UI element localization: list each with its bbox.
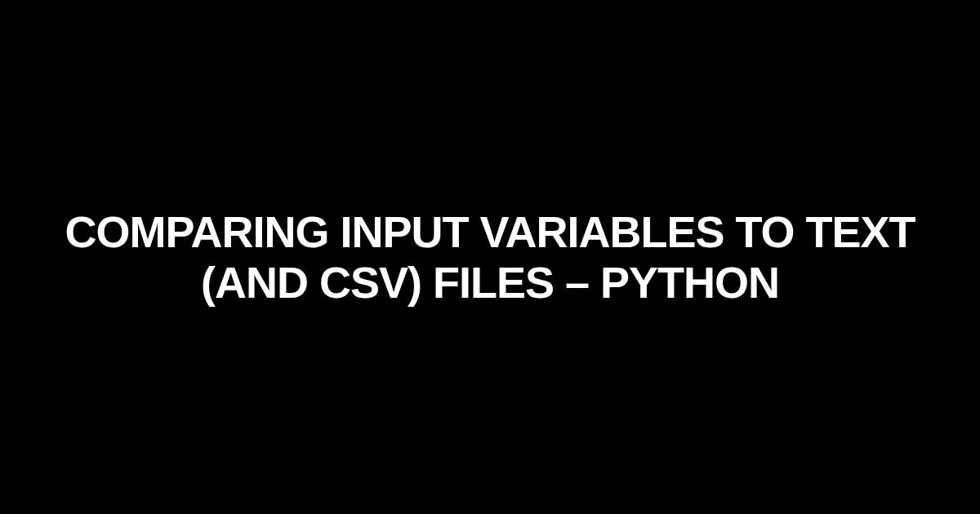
page-title: Comparing input variables to text (and c… [0,206,980,308]
